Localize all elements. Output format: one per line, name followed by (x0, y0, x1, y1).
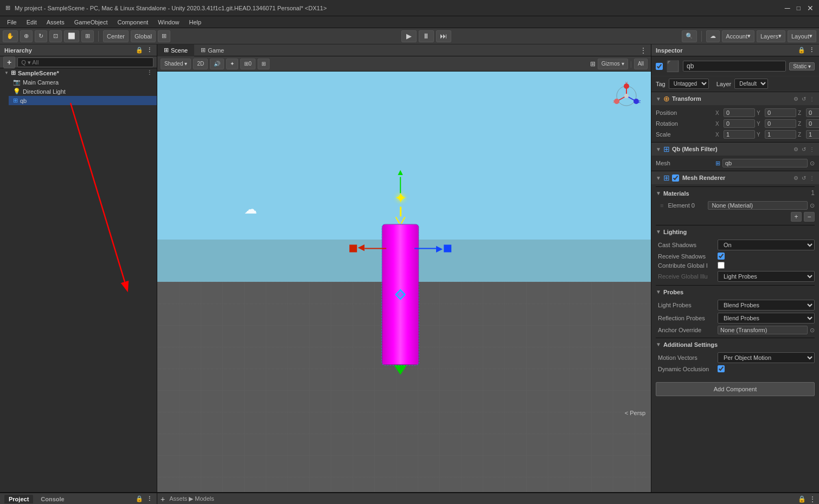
step-button[interactable]: ⏭ (436, 30, 451, 42)
probes-section-header[interactable]: ▼ Probes (656, 285, 815, 298)
object-active-checkbox[interactable] (656, 63, 663, 70)
pos-z-input[interactable] (806, 108, 819, 117)
menu-edit[interactable]: Edit (22, 18, 41, 27)
fx-toggle[interactable]: ✦ (226, 59, 238, 69)
layers-btn[interactable]: Layers ▾ (757, 30, 785, 42)
snap-btn[interactable]: ⊞ (158, 30, 170, 42)
shaded-dropdown[interactable]: Shaded ▾ (161, 59, 191, 69)
light-probes-dropdown[interactable]: Blend Probes (718, 300, 815, 311)
receive-shadows-checkbox[interactable] (718, 253, 725, 260)
rot-y-input[interactable] (765, 119, 796, 128)
tab-game[interactable]: ⊞ Game (194, 44, 231, 56)
minimize-btn[interactable]: ─ (785, 4, 790, 12)
transform-more[interactable]: ⋮ (809, 96, 815, 102)
scale-z-input[interactable] (806, 130, 819, 139)
element0-target[interactable]: ⊙ (810, 202, 815, 209)
add-material-btn[interactable]: + (791, 212, 802, 222)
scene-view[interactable]: ☁ ✦ (157, 72, 651, 492)
hierarchy-menu[interactable]: ⋮ (146, 47, 152, 54)
hierarchy-scene-item[interactable]: ▼ ⊞ SampleScene* ⋮ (0, 68, 157, 77)
anchor-target-icon[interactable]: ⊙ (810, 327, 815, 334)
layout-btn[interactable]: Layout ▾ (788, 30, 816, 42)
project-lock[interactable]: 🔒 (136, 495, 143, 502)
menu-file[interactable]: File (3, 18, 21, 27)
assets-add-btn[interactable]: + (161, 495, 165, 503)
menu-gameobject[interactable]: GameObject (70, 18, 112, 27)
mesh-filter-reset[interactable]: ↺ (802, 146, 806, 152)
2d-toggle[interactable]: 2D (193, 59, 208, 69)
hand-tool[interactable]: ✋ (3, 30, 18, 42)
hierarchy-add-btn[interactable]: + (3, 56, 15, 68)
tab-scene[interactable]: ⊞ Scene (157, 44, 194, 56)
close-btn[interactable]: ✕ (807, 4, 814, 12)
lighting-section-header[interactable]: ▼ Lighting (656, 225, 815, 237)
inspector-menu[interactable]: ⋮ (809, 47, 815, 54)
rot-z-input[interactable] (806, 119, 819, 128)
scene-menu[interactable]: ⋮ (636, 47, 651, 54)
pos-y-input[interactable] (765, 108, 796, 117)
additional-settings-header[interactable]: ▼ Additional Settings (656, 338, 815, 350)
pos-x-input[interactable] (724, 108, 755, 117)
materials-section-header[interactable]: ▼ Materials 1 (656, 186, 815, 199)
transform-component-header[interactable]: ▼ ⊕ Transform ⚙ ↺ ⋮ (651, 92, 819, 105)
inspector-lock-icon[interactable]: 🔒 (798, 47, 805, 54)
receive-global-illu-dropdown[interactable]: Light Probes (718, 271, 815, 282)
reflection-probes-dropdown[interactable]: Blend Probes (718, 313, 815, 324)
mesh-value-input[interactable] (722, 159, 808, 167)
maximize-btn[interactable]: □ (797, 4, 801, 12)
project-menu[interactable]: ⋮ (146, 495, 152, 502)
transform-cog[interactable]: ⚙ (794, 96, 798, 102)
mesh-renderer-reset[interactable]: ↺ (802, 175, 806, 181)
motion-vectors-dropdown[interactable]: Per Object Motion (718, 352, 815, 363)
pause-button[interactable]: ⏸ (419, 30, 434, 42)
menu-assets[interactable]: Assets (42, 18, 69, 27)
cloud-btn[interactable]: ☁ (706, 30, 720, 42)
rect-tool[interactable]: ⬜ (64, 30, 79, 42)
mesh-filter-cog[interactable]: ⚙ (794, 146, 798, 152)
mesh-renderer-header[interactable]: ▼ ⊞ Mesh Renderer ⚙ ↺ ⋮ (651, 171, 819, 184)
rotate-tool[interactable]: ↻ (35, 30, 47, 42)
anchor-override-input[interactable] (718, 326, 808, 334)
assets-menu-icon[interactable]: ⋮ (809, 495, 816, 503)
move-tool[interactable]: ⊕ (20, 30, 33, 42)
menu-component[interactable]: Component (113, 18, 152, 27)
add-component-button[interactable]: Add Component (656, 382, 815, 396)
tab-project[interactable]: Project (4, 495, 33, 503)
scene-gizmo[interactable]: Y Z X (610, 80, 643, 112)
scene-search-btn[interactable]: All (634, 59, 648, 69)
mesh-renderer-cog[interactable]: ⚙ (794, 175, 798, 181)
transform-tool[interactable]: ⊞ (81, 30, 94, 42)
center-toggle[interactable]: Center (103, 30, 129, 42)
object-name-input[interactable] (683, 61, 786, 72)
hierarchy-lock[interactable]: 🔒 (136, 47, 143, 54)
rot-x-input[interactable] (724, 119, 755, 128)
mesh-filter-header[interactable]: ▼ ⊞ Qb (Mesh Filter) ⚙ ↺ ⋮ (651, 142, 819, 156)
remove-material-btn[interactable]: − (804, 212, 815, 222)
scale-tool[interactable]: ⊡ (49, 30, 62, 42)
gizmos-dropdown[interactable]: Gizmos ▾ (598, 59, 628, 69)
menu-help[interactable]: Help (184, 18, 206, 27)
element0-input[interactable] (708, 201, 808, 210)
search-button[interactable]: 🔍 (682, 30, 697, 42)
hierarchy-qb-item[interactable]: ⊞ qb (9, 96, 157, 105)
hierarchy-camera-item[interactable]: 📷 Main Camera (9, 77, 157, 87)
contribute-global-checkbox[interactable] (718, 262, 725, 269)
static-button[interactable]: Static ▾ (789, 62, 815, 70)
mesh-filter-more[interactable]: ⋮ (809, 146, 815, 152)
global-toggle[interactable]: Global (131, 30, 156, 42)
hierarchy-search-input[interactable] (17, 57, 153, 67)
scale-x-input[interactable] (724, 130, 755, 139)
layer-dropdown[interactable]: Default (734, 79, 768, 89)
scene-extra[interactable]: ⊞ (258, 59, 270, 69)
transform-reset[interactable]: ↺ (802, 96, 806, 102)
snap-toggle[interactable]: ⊞0 (240, 59, 255, 69)
hierarchy-light-item[interactable]: 💡 Directional Light (9, 87, 157, 96)
scene-menu[interactable]: ⋮ (146, 69, 152, 76)
assets-lock-icon[interactable]: 🔒 (798, 495, 806, 503)
tag-dropdown[interactable]: Untagged (669, 79, 709, 89)
mesh-renderer-more[interactable]: ⋮ (809, 175, 815, 181)
play-button[interactable]: ▶ (401, 30, 417, 42)
scale-y-input[interactable] (765, 130, 796, 139)
menu-window[interactable]: Window (153, 18, 183, 27)
account-btn[interactable]: Account ▾ (722, 30, 754, 42)
